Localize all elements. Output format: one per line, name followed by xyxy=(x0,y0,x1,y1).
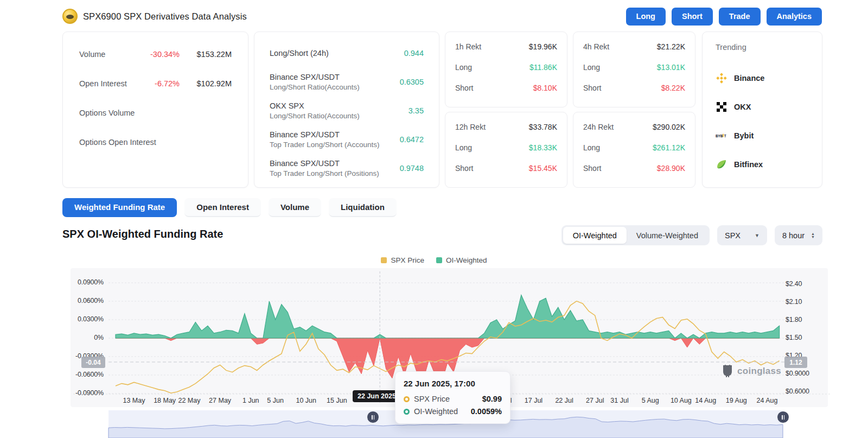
ratio-value: 0.9748 xyxy=(400,164,424,173)
rekt-long-value: $18.33K xyxy=(529,143,557,152)
rekt-long-row: Long$261.12K xyxy=(583,137,685,158)
ratio-label: Binance SPX/USDT xyxy=(270,130,380,139)
stat-value: $153.22M xyxy=(180,50,232,59)
x-axis-label: 14 Aug xyxy=(695,397,716,404)
rekt-long-label: Long xyxy=(583,143,600,152)
chevron-down-icon: ▼ xyxy=(755,233,760,238)
rekt-long-value: $13.01K xyxy=(657,63,685,72)
rekt-cards: 1h Rekt$19.96KLong$11.86KShort$8.10K4h R… xyxy=(445,31,695,188)
tooltip-row: OI-Weighted0.0059% xyxy=(404,407,502,416)
navigator-right-handle[interactable] xyxy=(777,411,789,423)
ratio-sublabel: Long/Short Ratio(Accounts) xyxy=(270,83,360,91)
ratio-label: OKX SPX xyxy=(270,101,360,110)
stat-row: Options Open Interest xyxy=(79,128,232,157)
navigator-left-handle[interactable] xyxy=(367,411,379,423)
rekt-total-row: 4h Rekt$21.22K xyxy=(583,36,685,57)
header-button-short[interactable]: Short xyxy=(672,8,713,26)
tooltip-series-label: OI-Weighted xyxy=(414,407,458,416)
chart-controls: OI-WeightedVolume-Weighted SPX ▼ 8 hour … xyxy=(561,225,822,245)
rekt-short-row: Short$28.90K xyxy=(583,158,685,179)
tab-volume[interactable]: Volume xyxy=(269,198,321,217)
tab-liquidation[interactable]: Liquidation xyxy=(329,198,397,217)
x-axis-label: 10 Aug xyxy=(671,397,692,404)
trending-list: BinanceOKXBYBTBybitBitfinex xyxy=(716,64,809,179)
chart-legend: SPX PriceOI-Weighted xyxy=(0,256,868,264)
trending-item-bitfinex[interactable]: Bitfinex xyxy=(716,150,809,179)
tab-open-interest[interactable]: Open Interest xyxy=(184,198,261,217)
ratio-row: Binance SPX/USDTLong/Short Ratio(Account… xyxy=(270,67,424,96)
ratio-label: Binance SPX/USDT xyxy=(270,159,379,168)
interval-select[interactable]: 8 hour ▲▼ xyxy=(775,225,822,245)
tooltip-datetime: 22 Jun 2025, 17:00 xyxy=(404,379,502,388)
ratio-row: Binance SPX/USDTTop Trader Long/Short (P… xyxy=(270,154,424,182)
x-axis-label: 24 Aug xyxy=(757,397,778,404)
trending-item-binance[interactable]: Binance xyxy=(716,64,809,92)
ratio-labels: Binance SPX/USDTLong/Short Ratio(Account… xyxy=(270,73,360,91)
legend-item-oi-weighted: OI-Weighted xyxy=(436,256,487,264)
rekt-card: 24h Rekt$290.02KLong$261.12KShort$28.90K xyxy=(573,112,695,188)
stat-change: -6.72% xyxy=(155,79,180,88)
y-axis-label-left: 0.0900% xyxy=(72,278,104,286)
stat-row: Volume-30.34%$153.22M xyxy=(79,40,232,69)
page-title: SPX6900 SPX Derivatives Data Analysis xyxy=(83,11,247,22)
tooltip-series-label: SPX Price xyxy=(414,395,450,403)
exchange-name: Bitfinex xyxy=(734,160,763,169)
rekt-title: 24h Rekt xyxy=(583,123,614,131)
y-axis-label-left: 0.0600% xyxy=(72,297,104,304)
header-button-trade[interactable]: Trade xyxy=(719,8,761,26)
trending-item-okx[interactable]: OKX xyxy=(716,92,809,121)
header-button-long[interactable]: Long xyxy=(626,8,666,26)
rekt-short-row: Short$15.45K xyxy=(455,158,557,179)
toggle-oi-weighted[interactable]: OI-Weighted xyxy=(563,227,627,244)
rekt-short-row: Short$8.22K xyxy=(583,78,685,98)
stat-label: Options Open Interest xyxy=(79,138,156,147)
x-axis-label: 27 Jul xyxy=(586,397,604,404)
rekt-long-label: Long xyxy=(583,63,600,72)
ratio-label: Long/Short (24h) xyxy=(270,49,329,58)
rekt-card: 4h Rekt$21.22KLong$13.01KShort$8.22K xyxy=(573,31,695,107)
bitfinex-icon xyxy=(716,158,727,170)
exchange-name: Bybit xyxy=(734,131,754,140)
ratio-value: 0.6305 xyxy=(400,78,424,86)
rekt-long-value: $11.86K xyxy=(529,63,557,72)
ratio-sublabel: Long/Short Ratio(Accounts) xyxy=(270,112,360,120)
tooltip-series-value: $0.99 xyxy=(482,395,502,403)
interval-select-value: 8 hour xyxy=(782,231,805,240)
symbol-select[interactable]: SPX ▼ xyxy=(717,225,767,245)
y-axis-label-right: $2.10 xyxy=(786,298,824,306)
rekt-long-row: Long$18.33K xyxy=(455,137,557,158)
svg-text:T: T xyxy=(724,134,726,137)
rekt-long-value: $261.12K xyxy=(653,143,685,152)
rekt-short-value: $8.22K xyxy=(661,84,685,92)
rekt-total-value: $290.02K xyxy=(653,123,685,131)
rekt-title: 4h Rekt xyxy=(583,42,609,51)
ratio-value: 3.35 xyxy=(409,106,424,115)
rekt-total-value: $21.22K xyxy=(657,42,685,51)
stat-label: Open Interest xyxy=(79,79,127,88)
current-price-badge: 1.12 xyxy=(784,357,807,368)
trending-title: Trending xyxy=(716,43,809,52)
x-axis-label: 19 Aug xyxy=(726,397,747,404)
stat-value: $102.92M xyxy=(180,79,232,88)
toggle-volume-weighted[interactable]: Volume-Weighted xyxy=(627,227,708,244)
header-button-analytics[interactable]: Analytics xyxy=(767,8,822,26)
legend-swatch xyxy=(436,257,442,263)
y-axis-label-left: -0.0600% xyxy=(72,371,104,378)
ratio-label: Binance SPX/USDT xyxy=(270,73,360,81)
symbol-select-value: SPX xyxy=(725,231,741,240)
rekt-total-row: 24h Rekt$290.02K xyxy=(583,117,685,137)
svg-text:BYB: BYB xyxy=(716,134,723,137)
rekt-short-value: $8.10K xyxy=(533,84,557,92)
trending-item-bybit[interactable]: BYBTBybit xyxy=(716,121,809,150)
stat-label: Options Volume xyxy=(79,109,135,117)
rekt-short-label: Short xyxy=(583,84,601,92)
rekt-short-value: $28.90K xyxy=(657,164,685,173)
y-axis-label-right: $0.9000 xyxy=(786,370,824,377)
y-axis-label-right: $0.6000 xyxy=(786,388,824,395)
legend-label: SPX Price xyxy=(391,256,424,264)
rekt-card: 12h Rekt$33.78KLong$18.33KShort$15.45K xyxy=(445,112,567,188)
ratio-labels: OKX SPXLong/Short Ratio(Accounts) xyxy=(270,101,360,120)
ratio-row: Long/Short (24h)0.944 xyxy=(270,39,424,67)
x-axis-label: 22 May xyxy=(178,397,200,404)
tab-weighted-funding-rate[interactable]: Weighted Funding Rate xyxy=(62,198,177,217)
